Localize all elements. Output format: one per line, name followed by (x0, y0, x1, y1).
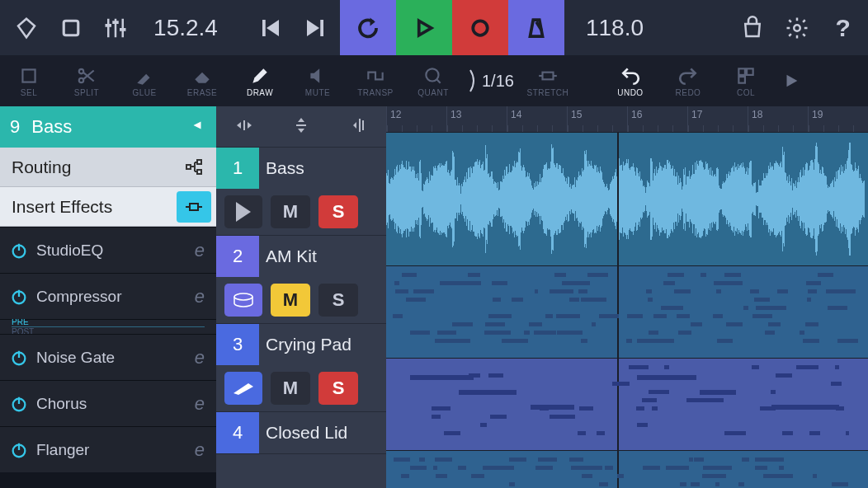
svg-rect-4 (106, 24, 112, 27)
svg-rect-23 (738, 68, 745, 75)
project-icon[interactable] (7, 8, 46, 48)
shop-icon[interactable] (733, 8, 772, 48)
erase-tool[interactable]: ERASE (173, 55, 231, 106)
kit-lane[interactable] (386, 266, 868, 359)
edit-icon[interactable]: e (195, 439, 205, 461)
settings-icon[interactable] (777, 8, 817, 48)
record-button[interactable] (452, 0, 508, 55)
glue-tool[interactable]: GLUE (116, 55, 173, 106)
edit-icon[interactable]: e (195, 393, 205, 415)
selected-track-header[interactable]: 9 Bass (0, 106, 216, 148)
edit-icon[interactable]: e (195, 240, 205, 261)
transpose-tool[interactable]: TRANSP (347, 55, 404, 106)
svg-line-17 (83, 70, 94, 79)
edit-icon[interactable]: e (195, 286, 205, 307)
position-display[interactable]: 15.2.4 (140, 15, 231, 41)
effect-studioeq[interactable]: StudioEQ e (0, 227, 216, 273)
svg-rect-27 (197, 160, 201, 164)
effect-compressor[interactable]: Compressor e (0, 273, 216, 319)
horizontal-zoom-icon[interactable] (234, 115, 254, 138)
track-number: 1 (216, 148, 259, 189)
effect-name: StudioEQ (36, 242, 103, 260)
solo-button[interactable]: S (318, 372, 358, 405)
ruler-mark: 17 (687, 106, 748, 132)
track-name: Closed Lid (259, 423, 347, 443)
mute-button[interactable]: M (271, 372, 310, 405)
help-icon[interactable]: ? (822, 8, 861, 48)
solo-button[interactable]: S (318, 195, 358, 228)
redo-button[interactable]: REDO (659, 55, 717, 106)
arrangement-timeline[interactable]: 12 13 14 15 16 17 18 19 (386, 106, 868, 488)
track-name: Crying Pad (259, 335, 351, 354)
split-label: SPLIT (74, 88, 99, 97)
solo-button[interactable]: S (318, 284, 358, 317)
track-name: AM Kit (259, 246, 317, 266)
power-icon[interactable] (10, 349, 28, 367)
lid-lane[interactable] (386, 451, 868, 488)
undo-label: UNDO (617, 88, 643, 97)
stretch-tool[interactable]: STRETCH (519, 55, 577, 106)
undo-button[interactable]: UNDO (601, 55, 659, 106)
instrument-icon[interactable] (224, 284, 262, 317)
ruler[interactable]: 12 13 14 15 16 17 18 19 (386, 106, 868, 133)
edit-icon[interactable]: e (195, 347, 205, 368)
snap-icon[interactable] (348, 115, 368, 138)
insert-effects-label: Insert Effects (12, 197, 112, 217)
svg-point-11 (794, 25, 800, 31)
play-button[interactable] (396, 0, 452, 55)
track-4[interactable]: 4 Closed Lid (216, 412, 386, 454)
effect-chorus[interactable]: Chorus e (0, 380, 216, 426)
rewind-icon[interactable] (251, 8, 290, 48)
effect-noisegate[interactable]: Noise Gate e (0, 334, 216, 380)
mute-button[interactable]: M (271, 195, 310, 228)
mute-button[interactable]: M (271, 284, 310, 317)
select-tool[interactable]: SEL (0, 55, 58, 106)
track-play-icon[interactable] (224, 195, 262, 228)
selected-track-name: Bass (31, 116, 72, 138)
effect-name: Chorus (36, 395, 87, 413)
quantize-tool[interactable]: QUANT (404, 55, 462, 106)
track-list: 1 Bass M S 2 AM Kit M S 3 Crying (216, 106, 386, 488)
stop-icon[interactable] (51, 8, 91, 48)
effect-name: Flanger (36, 441, 89, 459)
pre-post-divider: PRE POST (0, 319, 216, 334)
routing-icon (177, 152, 211, 183)
track-3[interactable]: 3 Crying Pad M S (216, 324, 386, 412)
svg-rect-24 (747, 68, 753, 75)
instrument-icon[interactable] (224, 372, 262, 405)
svg-text:?: ? (836, 16, 851, 40)
forward-icon[interactable] (295, 8, 335, 48)
power-icon[interactable] (10, 242, 28, 260)
power-icon[interactable] (10, 288, 28, 306)
pad-lane[interactable] (386, 359, 868, 451)
svg-rect-28 (197, 170, 201, 174)
track-2[interactable]: 2 AM Kit M S (216, 236, 386, 324)
split-tool[interactable]: SPLIT (58, 55, 116, 106)
routing-section[interactable]: Routing (0, 148, 216, 187)
svg-rect-5 (112, 21, 119, 24)
color-tool[interactable]: COL (717, 55, 775, 106)
bass-lane[interactable] (386, 133, 868, 266)
ruler-mark: 14 (507, 106, 567, 132)
loop-button[interactable] (340, 0, 396, 55)
tempo-display[interactable]: 118.0 (569, 15, 660, 41)
track-1[interactable]: 1 Bass M S (216, 148, 386, 236)
mixer-icon[interactable] (96, 8, 135, 48)
quantize-label: QUANT (417, 88, 449, 97)
collapse-icon (190, 116, 205, 138)
quantize-value[interactable]: 1/16 (462, 55, 519, 106)
power-icon[interactable] (10, 395, 28, 413)
svg-rect-1 (107, 18, 110, 37)
effect-flanger[interactable]: Flanger e (0, 426, 216, 472)
svg-rect-13 (22, 69, 35, 82)
svg-point-9 (473, 21, 488, 35)
toolbar-play-icon[interactable] (775, 72, 808, 90)
vertical-zoom-icon[interactable] (291, 115, 311, 138)
metronome-button[interactable] (508, 0, 564, 55)
mute-label: MUTE (305, 88, 330, 97)
power-icon[interactable] (10, 441, 28, 459)
insert-effects-section[interactable]: Insert Effects (0, 187, 216, 227)
svg-point-50 (234, 293, 252, 300)
mute-tool[interactable]: MUTE (289, 55, 347, 106)
draw-tool[interactable]: DRAW (231, 55, 289, 106)
